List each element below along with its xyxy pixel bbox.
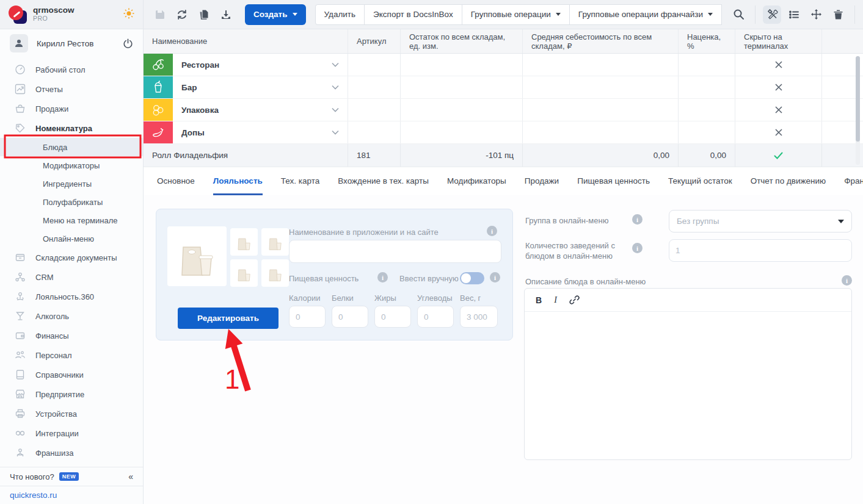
column-header-cost[interactable]: Средняя себестоимость по всем складам, ₽ — [522, 29, 678, 53]
export-docsinbox-button[interactable]: Экспорт в DocsInBox — [364, 4, 462, 25]
manual-entry-toggle[interactable] — [460, 272, 484, 284]
carbs-input[interactable] — [417, 306, 454, 328]
tab-vkhozhdenie[interactable]: Вхождение в тех. карты — [338, 167, 429, 195]
proteins-input[interactable] — [332, 306, 368, 328]
sidebar-item-alcohol[interactable]: Алкоголь — [0, 306, 143, 326]
create-button[interactable]: Создать — [245, 4, 306, 25]
dish-photo-large[interactable] — [167, 226, 227, 286]
chevron-down-icon[interactable] — [332, 130, 339, 135]
tab-loyalnost[interactable]: Лояльность — [213, 167, 263, 195]
download-button[interactable] — [217, 5, 235, 24]
tools-button[interactable] — [763, 5, 781, 24]
fats-input[interactable] — [374, 306, 411, 328]
copy-button[interactable] — [195, 5, 213, 24]
info-icon[interactable]: i — [632, 243, 643, 253]
search-button[interactable] — [729, 5, 748, 24]
description-editor[interactable]: B I — [524, 288, 852, 460]
scrollbar-thumb[interactable] — [856, 56, 860, 142]
tab-modifikatory[interactable]: Модификаторы — [447, 167, 506, 195]
chevron-down-icon[interactable] — [332, 62, 339, 67]
column-header-hidden[interactable]: Скрыто на терминалах — [735, 29, 821, 53]
column-header-name[interactable]: Наименование — [144, 29, 348, 53]
link-icon[interactable] — [569, 295, 580, 305]
table-row-group[interactable]: Упаковка — [144, 99, 863, 121]
refresh-button[interactable] — [173, 5, 191, 24]
tab-franchayzi[interactable]: Франчайзи — [844, 167, 863, 195]
sidebar-item-loyalty360[interactable]: Лояльность.360 — [0, 287, 143, 306]
sidebar-item-nomenclature[interactable]: Номенклатура — [0, 118, 143, 138]
list-view-button[interactable] — [785, 5, 803, 24]
sidebar-item-staff[interactable]: Персонал — [0, 345, 143, 365]
sidebar-item-warehouse-docs[interactable]: Складские документы — [0, 248, 143, 267]
sidebar-item-dishes[interactable]: Блюда — [0, 138, 143, 156]
sidebar-item-ingredients[interactable]: Ингредиенты — [0, 175, 143, 193]
dish-tabs: Основное Лояльность Тех. карта Вхождение… — [144, 167, 863, 195]
dish-markup: 0,00 — [678, 144, 735, 167]
sidebar-item-directories[interactable]: Справочники — [0, 365, 143, 384]
chevron-down-icon[interactable] — [332, 85, 339, 90]
sidebar-item-sales[interactable]: Продажи — [0, 99, 143, 118]
list-icon — [788, 9, 799, 20]
sidebar-item-enterprise[interactable]: Предприятие — [0, 384, 143, 404]
sidebar-item-integrations[interactable]: Интеграции — [0, 423, 143, 443]
table-row-group[interactable]: Ресторан — [144, 54, 863, 76]
column-header-markup[interactable]: Наценка, % — [678, 29, 735, 53]
sidebar-item-devices[interactable]: Устройства — [0, 404, 143, 423]
trash-button[interactable] — [829, 5, 847, 24]
collapse-sidebar-icon[interactable]: « — [128, 472, 133, 481]
table-row-group[interactable]: Допы — [144, 121, 863, 144]
sidebar-item-online-menu[interactable]: Онлайн-меню — [0, 229, 143, 248]
info-icon[interactable]: i — [632, 214, 643, 225]
weight-input[interactable] — [460, 306, 498, 328]
tab-prodazhi[interactable]: Продажи — [525, 167, 559, 195]
logout-power-icon[interactable] — [123, 38, 133, 49]
delete-button[interactable]: Удалить — [315, 4, 365, 25]
calories-input[interactable] — [289, 306, 326, 328]
sidebar-item-terminal-menu[interactable]: Меню на терминале — [0, 211, 143, 229]
tab-osnovnoe[interactable]: Основное — [157, 167, 195, 195]
whats-new-row[interactable]: Что нового? NEW « — [0, 467, 143, 486]
info-icon[interactable]: i — [490, 272, 500, 283]
column-header-sku[interactable]: Артикул — [348, 29, 400, 53]
group-operations-franchise-button[interactable]: Групповые операции франчайзи — [569, 4, 722, 25]
editor-toolbar: B I — [525, 289, 851, 312]
table-scrollbar[interactable] — [856, 56, 860, 165]
sidebar-item-crm[interactable]: CRM — [0, 267, 143, 287]
column-settings-button[interactable]: ••• — [821, 29, 863, 53]
group-name: Допы — [181, 128, 205, 137]
app-name-input[interactable] — [289, 240, 501, 263]
info-icon[interactable]: i — [842, 275, 852, 286]
move-button[interactable] — [807, 5, 825, 24]
column-header-stock[interactable]: Остаток по всем складам, ед. изм. — [400, 29, 522, 53]
chevron-down-icon[interactable] — [332, 107, 339, 112]
user-row[interactable]: Кирилл Рестов — [0, 29, 143, 57]
info-icon[interactable]: i — [377, 272, 388, 283]
online-group-select[interactable]: Без группы — [669, 210, 852, 232]
tab-otchet[interactable]: Отчет по движению — [751, 167, 826, 195]
tab-tekushchiy-ostatok[interactable]: Текущий остаток — [668, 167, 732, 195]
bold-button[interactable]: B — [536, 295, 542, 305]
dish-photo-thumb[interactable] — [230, 228, 258, 256]
manual-entry-label: Ввести вручную — [399, 274, 459, 283]
dish-photo-thumb[interactable] — [230, 259, 258, 287]
theme-sun-icon[interactable] — [123, 8, 134, 21]
sidebar-item-semifinished[interactable]: Полуфабрикаты — [0, 193, 143, 211]
sidebar-item-finance[interactable]: Финансы — [0, 326, 143, 345]
info-icon[interactable]: i — [487, 226, 497, 236]
tab-tekh-karta[interactable]: Тех. карта — [281, 167, 319, 195]
tab-pishchevaya[interactable]: Пищевая ценность — [577, 167, 650, 195]
save-button[interactable] — [151, 5, 169, 24]
sidebar-item-dashboard[interactable]: Рабочий стол — [0, 60, 143, 79]
group-operations-button[interactable]: Групповые операции — [462, 4, 570, 25]
italic-button[interactable]: I — [554, 295, 557, 305]
dish-photo-thumb[interactable] — [261, 228, 289, 256]
edit-button[interactable]: Редактировать — [178, 308, 279, 329]
venues-count-input[interactable] — [669, 239, 852, 262]
sidebar-item-modifiers[interactable]: Модификаторы — [0, 156, 143, 175]
table-row-dish-selected[interactable]: Ролл Филадельфия 181 -101 пц 0,00 0,00 — [144, 144, 863, 167]
table-row-group[interactable]: Бар — [144, 76, 863, 99]
site-link[interactable]: quickresto.ru — [10, 491, 57, 500]
sidebar-item-reports[interactable]: Отчеты — [0, 79, 143, 99]
dish-photo-thumb[interactable] — [261, 259, 289, 287]
sidebar-item-franchise[interactable]: Франшиза — [0, 443, 143, 463]
